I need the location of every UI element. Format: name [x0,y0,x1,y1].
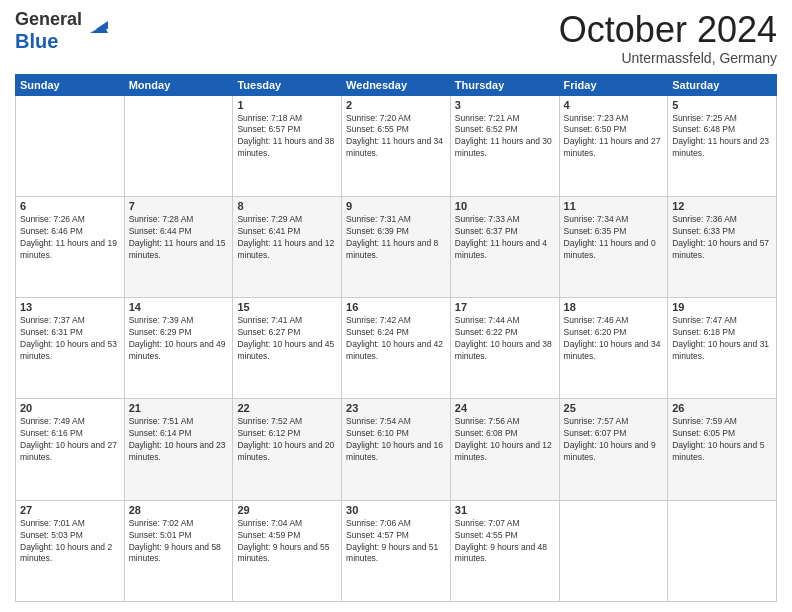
day-cell: 23Sunrise: 7:54 AMSunset: 6:10 PMDayligh… [342,399,451,500]
day-number: 31 [455,504,555,516]
day-cell: 2Sunrise: 7:20 AMSunset: 6:55 PMDaylight… [342,95,451,196]
day-number: 17 [455,301,555,313]
day-cell: 16Sunrise: 7:42 AMSunset: 6:24 PMDayligh… [342,298,451,399]
day-cell: 14Sunrise: 7:39 AMSunset: 6:29 PMDayligh… [124,298,233,399]
day-cell: 9Sunrise: 7:31 AMSunset: 6:39 PMDaylight… [342,196,451,297]
day-cell: 17Sunrise: 7:44 AMSunset: 6:22 PMDayligh… [450,298,559,399]
calendar-page: General Blue October 2024 Untermassfeld,… [0,0,792,612]
header-row: SundayMondayTuesdayWednesdayThursdayFrid… [16,74,777,95]
day-info: Sunrise: 7:06 AMSunset: 4:57 PMDaylight:… [346,518,446,566]
day-info: Sunrise: 7:33 AMSunset: 6:37 PMDaylight:… [455,214,555,262]
day-cell: 25Sunrise: 7:57 AMSunset: 6:07 PMDayligh… [559,399,668,500]
day-number: 1 [237,99,337,111]
header: General Blue October 2024 Untermassfeld,… [15,10,777,66]
day-number: 9 [346,200,446,212]
day-number: 11 [564,200,664,212]
day-number: 18 [564,301,664,313]
day-cell: 20Sunrise: 7:49 AMSunset: 6:16 PMDayligh… [16,399,125,500]
day-cell: 31Sunrise: 7:07 AMSunset: 4:55 PMDayligh… [450,500,559,601]
day-number: 3 [455,99,555,111]
day-cell: 15Sunrise: 7:41 AMSunset: 6:27 PMDayligh… [233,298,342,399]
day-info: Sunrise: 7:46 AMSunset: 6:20 PMDaylight:… [564,315,664,363]
day-cell: 6Sunrise: 7:26 AMSunset: 6:46 PMDaylight… [16,196,125,297]
day-number: 28 [129,504,229,516]
logo: General Blue [15,10,108,53]
day-info: Sunrise: 7:34 AMSunset: 6:35 PMDaylight:… [564,214,664,262]
day-number: 21 [129,402,229,414]
location-subtitle: Untermassfeld, Germany [559,50,777,66]
day-info: Sunrise: 7:04 AMSunset: 4:59 PMDaylight:… [237,518,337,566]
week-row-5: 27Sunrise: 7:01 AMSunset: 5:03 PMDayligh… [16,500,777,601]
day-cell: 5Sunrise: 7:25 AMSunset: 6:48 PMDaylight… [668,95,777,196]
week-row-2: 6Sunrise: 7:26 AMSunset: 6:46 PMDaylight… [16,196,777,297]
col-header-thursday: Thursday [450,74,559,95]
day-cell: 10Sunrise: 7:33 AMSunset: 6:37 PMDayligh… [450,196,559,297]
day-number: 6 [20,200,120,212]
day-cell: 21Sunrise: 7:51 AMSunset: 6:14 PMDayligh… [124,399,233,500]
day-number: 13 [20,301,120,313]
col-header-friday: Friday [559,74,668,95]
day-number: 30 [346,504,446,516]
day-info: Sunrise: 7:39 AMSunset: 6:29 PMDaylight:… [129,315,229,363]
day-info: Sunrise: 7:59 AMSunset: 6:05 PMDaylight:… [672,416,772,464]
week-row-3: 13Sunrise: 7:37 AMSunset: 6:31 PMDayligh… [16,298,777,399]
day-cell: 4Sunrise: 7:23 AMSunset: 6:50 PMDaylight… [559,95,668,196]
day-info: Sunrise: 7:29 AMSunset: 6:41 PMDaylight:… [237,214,337,262]
day-info: Sunrise: 7:51 AMSunset: 6:14 PMDaylight:… [129,416,229,464]
day-cell: 29Sunrise: 7:04 AMSunset: 4:59 PMDayligh… [233,500,342,601]
title-block: October 2024 Untermassfeld, Germany [559,10,777,66]
day-cell: 8Sunrise: 7:29 AMSunset: 6:41 PMDaylight… [233,196,342,297]
day-number: 20 [20,402,120,414]
day-cell [668,500,777,601]
day-number: 8 [237,200,337,212]
day-info: Sunrise: 7:31 AMSunset: 6:39 PMDaylight:… [346,214,446,262]
day-cell: 19Sunrise: 7:47 AMSunset: 6:18 PMDayligh… [668,298,777,399]
day-cell: 1Sunrise: 7:18 AMSunset: 6:57 PMDaylight… [233,95,342,196]
day-cell: 3Sunrise: 7:21 AMSunset: 6:52 PMDaylight… [450,95,559,196]
day-info: Sunrise: 7:49 AMSunset: 6:16 PMDaylight:… [20,416,120,464]
day-info: Sunrise: 7:23 AMSunset: 6:50 PMDaylight:… [564,113,664,161]
day-info: Sunrise: 7:41 AMSunset: 6:27 PMDaylight:… [237,315,337,363]
day-info: Sunrise: 7:54 AMSunset: 6:10 PMDaylight:… [346,416,446,464]
logo-general: General [15,9,82,29]
day-info: Sunrise: 7:26 AMSunset: 6:46 PMDaylight:… [20,214,120,262]
week-row-1: 1Sunrise: 7:18 AMSunset: 6:57 PMDaylight… [16,95,777,196]
day-cell: 28Sunrise: 7:02 AMSunset: 5:01 PMDayligh… [124,500,233,601]
day-info: Sunrise: 7:07 AMSunset: 4:55 PMDaylight:… [455,518,555,566]
day-cell [124,95,233,196]
logo-text: General Blue [15,10,82,53]
day-number: 5 [672,99,772,111]
day-number: 10 [455,200,555,212]
day-cell: 12Sunrise: 7:36 AMSunset: 6:33 PMDayligh… [668,196,777,297]
day-cell [559,500,668,601]
day-info: Sunrise: 7:56 AMSunset: 6:08 PMDaylight:… [455,416,555,464]
calendar-table: SundayMondayTuesdayWednesdayThursdayFrid… [15,74,777,602]
day-number: 26 [672,402,772,414]
day-cell: 7Sunrise: 7:28 AMSunset: 6:44 PMDaylight… [124,196,233,297]
col-header-tuesday: Tuesday [233,74,342,95]
day-cell [16,95,125,196]
day-info: Sunrise: 7:02 AMSunset: 5:01 PMDaylight:… [129,518,229,566]
day-info: Sunrise: 7:44 AMSunset: 6:22 PMDaylight:… [455,315,555,363]
day-cell: 13Sunrise: 7:37 AMSunset: 6:31 PMDayligh… [16,298,125,399]
day-number: 23 [346,402,446,414]
day-cell: 18Sunrise: 7:46 AMSunset: 6:20 PMDayligh… [559,298,668,399]
col-header-wednesday: Wednesday [342,74,451,95]
day-number: 7 [129,200,229,212]
day-info: Sunrise: 7:37 AMSunset: 6:31 PMDaylight:… [20,315,120,363]
day-number: 25 [564,402,664,414]
day-number: 12 [672,200,772,212]
day-number: 16 [346,301,446,313]
day-cell: 24Sunrise: 7:56 AMSunset: 6:08 PMDayligh… [450,399,559,500]
day-info: Sunrise: 7:52 AMSunset: 6:12 PMDaylight:… [237,416,337,464]
day-number: 4 [564,99,664,111]
day-info: Sunrise: 7:28 AMSunset: 6:44 PMDaylight:… [129,214,229,262]
day-info: Sunrise: 7:25 AMSunset: 6:48 PMDaylight:… [672,113,772,161]
day-info: Sunrise: 7:01 AMSunset: 5:03 PMDaylight:… [20,518,120,566]
day-number: 19 [672,301,772,313]
day-number: 24 [455,402,555,414]
week-row-4: 20Sunrise: 7:49 AMSunset: 6:16 PMDayligh… [16,399,777,500]
col-header-sunday: Sunday [16,74,125,95]
day-info: Sunrise: 7:21 AMSunset: 6:52 PMDaylight:… [455,113,555,161]
day-cell: 11Sunrise: 7:34 AMSunset: 6:35 PMDayligh… [559,196,668,297]
